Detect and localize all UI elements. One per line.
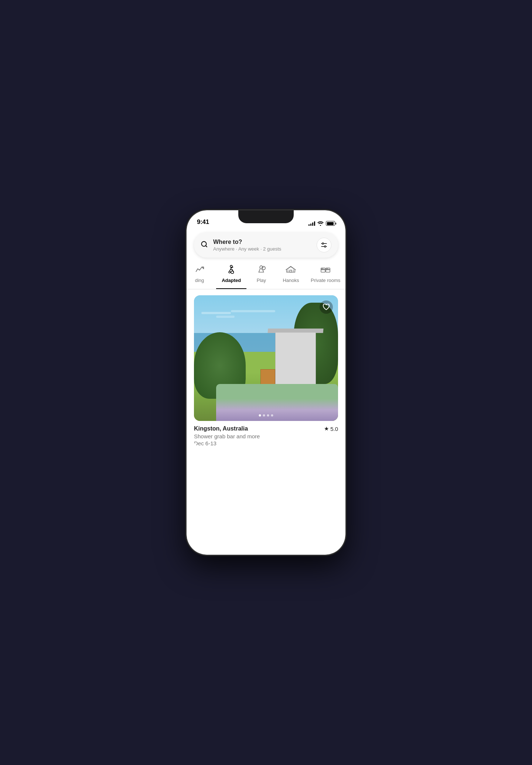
private-rooms-icon	[320, 264, 331, 275]
adapted-icon	[226, 264, 237, 275]
cloud-1	[201, 312, 231, 314]
rating-value: 5.0	[330, 426, 338, 432]
category-item-private-rooms[interactable]: Private rooms	[306, 264, 345, 289]
trending-icon	[194, 264, 205, 275]
svg-point-3	[322, 243, 324, 244]
lavender	[216, 384, 338, 421]
search-left: Where to? Anywhere · Any week · 2 guests	[201, 238, 281, 251]
signal-icon	[308, 221, 315, 226]
building-body	[275, 332, 316, 391]
battery-icon	[326, 221, 335, 226]
category-item-play[interactable]: Play	[246, 264, 276, 289]
listing-section: Kingston, Australia ★ 5.0 Shower grab ba…	[187, 289, 345, 454]
dot-2	[263, 414, 265, 416]
listing-rating: ★ 5.0	[324, 425, 338, 432]
listing-feature: Shower grab bar and more	[194, 433, 338, 439]
category-label-trending: ding	[195, 278, 204, 283]
building	[268, 317, 327, 391]
wishlist-button[interactable]	[320, 300, 333, 314]
listing-image	[194, 295, 338, 421]
svg-point-10	[263, 267, 263, 268]
category-label-play: Play	[257, 278, 266, 283]
star-icon: ★	[324, 425, 329, 432]
category-item-hanoks[interactable]: Hanoks	[276, 264, 306, 289]
image-dots	[259, 414, 273, 416]
status-icons	[308, 221, 335, 226]
search-text-group: Where to? Anywhere · Any week · 2 guests	[213, 238, 281, 251]
search-section: Where to? Anywhere · Any week · 2 guests	[187, 229, 345, 258]
svg-rect-20	[327, 268, 328, 269]
wifi-icon	[317, 221, 324, 226]
category-item-trending[interactable]: ding	[187, 264, 216, 289]
svg-point-4	[324, 246, 326, 247]
svg-point-6	[231, 271, 233, 273]
svg-rect-19	[322, 268, 323, 269]
filter-button[interactable]	[317, 238, 331, 252]
listing-card[interactable]: Kingston, Australia ★ 5.0 Shower grab ba…	[194, 295, 338, 446]
dot-3	[267, 414, 269, 416]
dot-1	[259, 414, 261, 416]
listing-location: Kingston, Australia	[194, 425, 248, 432]
search-bar[interactable]: Where to? Anywhere · Any week · 2 guests	[194, 232, 338, 258]
phone-screen: 9:41	[187, 210, 345, 555]
category-label-private-rooms: Private rooms	[311, 278, 340, 283]
status-time: 9:41	[197, 218, 209, 226]
search-title: Where to?	[213, 238, 281, 245]
cloud-2	[216, 316, 235, 318]
notch	[238, 210, 294, 223]
listing-title-row: Kingston, Australia ★ 5.0	[194, 425, 338, 432]
category-item-adapted[interactable]: Adapted	[216, 264, 246, 289]
hanoks-icon	[285, 264, 296, 275]
phone-frame: 9:41	[187, 210, 345, 555]
listing-image-bg	[194, 295, 338, 421]
svg-point-11	[264, 267, 265, 268]
search-subtitle: Anywhere · Any week · 2 guests	[213, 246, 281, 252]
svg-point-7	[229, 271, 231, 273]
categories-bar: ding Adapted	[187, 258, 345, 289]
svg-rect-12	[290, 270, 292, 272]
play-icon	[256, 264, 267, 275]
listing-info: Kingston, Australia ★ 5.0 Shower grab ba…	[194, 421, 338, 446]
cloud-3	[231, 310, 275, 312]
category-label-adapted: Adapted	[222, 278, 241, 283]
dot-4	[271, 414, 273, 416]
listing-dates: Dec 6-13	[194, 440, 338, 446]
search-icon	[201, 241, 208, 250]
category-label-hanoks: Hanoks	[283, 278, 299, 283]
svg-point-5	[230, 265, 232, 268]
